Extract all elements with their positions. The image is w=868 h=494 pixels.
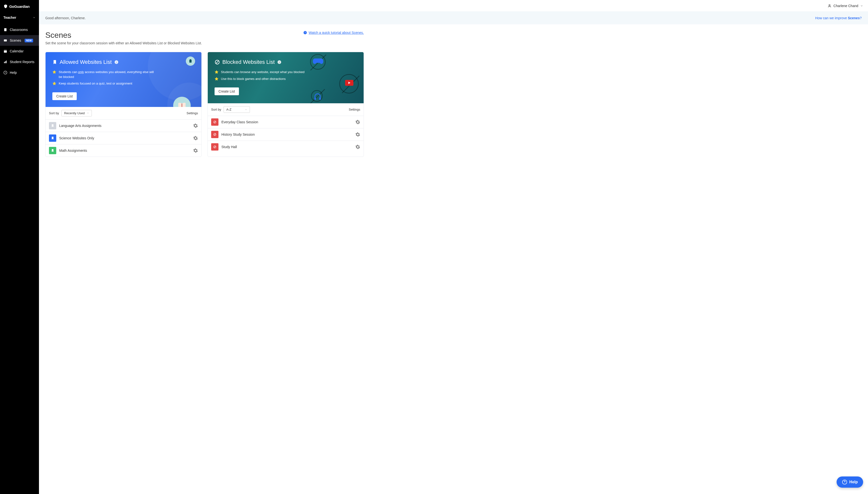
content: Scenes ? Watch a quick tutorial about Sc… [39,24,370,163]
sidebar-item-scenes[interactable]: Scenes NEW [0,35,39,46]
book-illustration-icon [173,97,191,107]
user-name: Charlene Chand [833,4,858,8]
bullet-text: Use this to block games and other distra… [221,76,286,81]
blocked-title: Blocked Websites List [223,59,275,65]
sidebar-item-help[interactable]: ? Help [0,67,39,78]
feedback-link[interactable]: How can we improve Scenes? [815,16,862,20]
list-item[interactable]: Everyday Class Session [208,116,364,128]
create-allowed-button[interactable]: Create List [52,92,77,100]
gear-icon[interactable] [355,145,360,149]
item-label: Math Assignments [59,149,87,152]
user-dropdown[interactable]: Charlene Chand [828,4,863,8]
info-icon[interactable]: i [277,60,282,64]
list-item[interactable]: History Study Session [208,128,364,141]
gear-icon[interactable] [193,136,198,140]
list-item[interactable]: Math Assignments [45,145,201,157]
bookmark-icon [51,124,54,127]
shield-icon [3,4,8,9]
sort-value: Recently Used [64,111,85,115]
bullet-text: Keep students focused on a quiz, test or… [59,81,132,86]
brand-text: GoGuardian [9,4,30,8]
bullet-text: Students can only access websites you al… [59,70,155,79]
allowed-title: Allowed Websites List [60,59,112,65]
svg-point-8 [829,4,830,6]
page-title: Scenes [45,31,71,40]
blocked-title-row: Blocked Websites List i [215,59,357,65]
brand-logo[interactable]: GoGuardian [0,0,39,13]
classroom-icon [3,28,7,32]
nav-label: Help [10,71,17,75]
tutorial-link[interactable]: ? Watch a quick tutorial about Scenes. [303,31,364,35]
allowed-settings-link[interactable]: Settings [187,111,198,115]
item-label: Study Hall [221,145,237,149]
item-label: Science Websites Only [59,136,94,140]
svg-line-27 [214,146,215,148]
allowed-list-controls: Sort by Recently Used Settings [45,107,201,120]
feedback-bold: Scenes [848,16,860,20]
svg-line-25 [214,134,215,135]
svg-rect-12 [190,59,191,60]
greeting-bar: Good afternoon, Charlene. How can we imp… [39,12,868,24]
help-icon: ? [3,71,7,75]
info-icon[interactable]: i [114,60,119,64]
allowed-sort: Sort by Recently Used [49,110,92,116]
greeting-text: Good afternoon, Charlene. [45,16,86,20]
allowed-sort-select[interactable]: Recently Used [61,110,92,116]
svg-rect-17 [319,97,321,100]
svg-rect-2 [4,50,7,53]
sidebar-item-classrooms[interactable]: Classrooms [0,24,39,35]
page-subtitle: Set the scene for your classroom session… [45,41,364,45]
blocked-list-controls: Sort by A-Z Settings [208,103,364,116]
blocked-settings-link[interactable]: Settings [349,108,360,111]
feedback-prefix: How can we improve [815,16,848,20]
gear-icon[interactable] [355,120,360,125]
allowed-title-row: Allowed Websites List i [52,59,195,65]
sidebar-item-calendar[interactable]: Calendar [0,46,39,57]
nav-label: Classrooms [10,28,28,32]
blocked-card: Blocked Websites List i ⭐ Students can b… [208,52,364,157]
help-fab-label: Help [849,480,858,484]
blocked-sort-select[interactable]: A-Z [224,106,250,113]
youtube-illustration-icon [345,80,353,86]
star-icon: ⭐ [52,81,56,86]
sort-label: Sort by [211,108,221,111]
svg-rect-5 [6,61,7,63]
sidebar-item-student-reports[interactable]: Student Reports [0,57,39,67]
help-fab[interactable]: Help [836,476,863,488]
item-label: Everyday Class Session [221,120,258,124]
calendar-icon [3,49,7,53]
bookmark-icon [52,60,57,64]
bookmark-icon [51,149,54,152]
feedback-suffix: ? [860,16,862,20]
create-blocked-button[interactable]: Create List [215,88,239,95]
star-icon: ⭐ [215,76,218,81]
star-icon: ⭐ [52,70,56,79]
gamepad-illustration-icon [312,57,324,65]
blocked-bullet: ⭐ Students can browse any website, excep… [215,70,317,75]
item-label: History Study Session [221,133,255,136]
star-icon: ⭐ [215,70,218,75]
block-icon [213,145,216,149]
list-item[interactable]: Study Hall [208,141,364,153]
list-item[interactable]: Science Websites Only [45,132,201,145]
blocked-sort: Sort by A-Z [211,106,250,113]
role-dropdown[interactable]: Teacher [0,13,39,22]
gear-icon[interactable] [355,132,360,137]
role-label: Teacher [3,16,16,19]
chevron-down-icon [87,112,89,114]
allowed-bullet: ⭐ Students can only access websites you … [52,70,155,79]
gear-icon[interactable] [193,123,198,128]
sort-label: Sort by [49,111,59,115]
allowed-bullet: ⭐ Keep students focused on a quiz, test … [52,81,155,86]
list-item[interactable]: Language Arts Assignments [45,120,201,132]
list-color-icon [211,143,218,151]
headphones-illustration-icon [314,93,321,100]
tutorial-link-text: Watch a quick tutorial about Scenes. [309,31,364,35]
nav-label: Scenes [10,38,21,42]
sort-value: A-Z [226,108,231,111]
svg-rect-0 [4,28,6,31]
bookmark-icon [51,136,54,140]
svg-rect-16 [314,97,316,100]
question-circle-icon: ? [303,31,307,35]
gear-icon[interactable] [193,148,198,153]
